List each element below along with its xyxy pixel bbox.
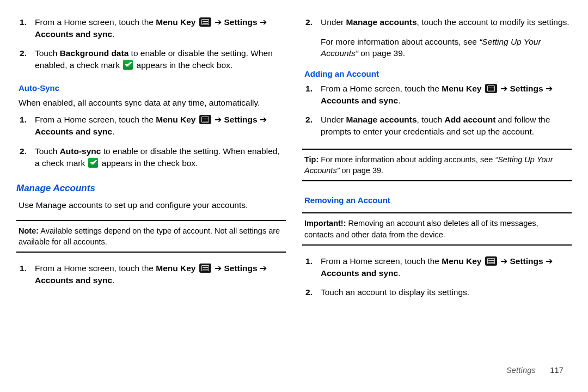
adding-account-heading: Adding an Account — [304, 68, 572, 79]
step-text: Touch Auto-sync to enable or disable the… — [35, 146, 280, 168]
step-text: From a Home screen, touch the Menu Key ➔… — [35, 17, 267, 39]
step: From a Home screen, touch the Menu Key ➔… — [32, 262, 286, 286]
adding-account-steps: From a Home screen, touch the Menu Key ➔… — [302, 83, 572, 145]
step-text: Under Manage accounts, touch Add account… — [321, 115, 550, 136]
adding-account-tip: Tip: For more information about adding a… — [302, 149, 572, 182]
menu-key-icon — [199, 17, 211, 27]
check-icon — [123, 60, 133, 70]
step-text: From a Home screen, touch the Menu Key ➔… — [35, 264, 267, 285]
step: Touch Background data to enable or disab… — [32, 47, 286, 71]
removing-account-steps: From a Home screen, touch the Menu Key ➔… — [302, 255, 572, 306]
menu-key-icon — [485, 256, 497, 266]
step-text: Touch an account to display its settings… — [321, 287, 469, 297]
auto-sync-steps: From a Home screen, touch the Menu Key ➔… — [16, 114, 286, 176]
step: Touch Auto-sync to enable or disable the… — [32, 145, 286, 169]
manage-accounts-xref: For more information about accounts, see… — [321, 36, 572, 59]
step: From a Home screen, touch the Menu Key ➔… — [32, 114, 286, 137]
manage-accounts-intro: Use Manage accounts to set up and config… — [19, 199, 286, 211]
step-text: From a Home screen, touch the Menu Key ➔… — [321, 84, 553, 105]
manage-accounts-note: Note: Available settings depend on the t… — [16, 220, 286, 253]
removing-account-important: Important!: Removing an account also del… — [302, 212, 572, 246]
background-data-steps: From a Home screen, touch the Menu Key ➔… — [16, 16, 286, 79]
auto-sync-heading: Auto-Sync — [19, 82, 286, 94]
menu-key-icon — [485, 84, 497, 93]
manage-accounts-steps-b: Under Manage accounts, touch the account… — [302, 16, 572, 36]
step-text: From a Home screen, touch the Menu Key ➔… — [321, 256, 553, 278]
step-text: From a Home screen, touch the Menu Key ➔… — [35, 115, 267, 136]
manage-accounts-steps-a: From a Home screen, touch the Menu Key ➔… — [16, 262, 286, 293]
step: From a Home screen, touch the Menu Key ➔… — [317, 255, 572, 279]
auto-sync-intro: When enabled, all accounts sync data at … — [19, 97, 286, 109]
menu-key-icon — [199, 115, 211, 124]
step: Under Manage accounts, touch Add account… — [317, 114, 572, 137]
step: Touch an account to display its settings… — [317, 286, 572, 298]
step: From a Home screen, touch the Menu Key ➔… — [32, 16, 286, 40]
step: From a Home screen, touch the Menu Key ➔… — [317, 83, 572, 106]
step-text: Touch Background data to enable or disab… — [35, 48, 273, 70]
page-footer: Settings 117 — [506, 365, 564, 376]
menu-key-icon — [199, 264, 211, 273]
step-text: Under Manage accounts, touch the account… — [321, 17, 569, 27]
left-column: From a Home screen, touch the Menu Key ➔… — [16, 16, 286, 392]
footer-page-number: 117 — [550, 366, 564, 375]
footer-section: Settings — [506, 366, 536, 375]
step: Under Manage accounts, touch the account… — [317, 16, 572, 28]
manage-accounts-heading: Manage Accounts — [16, 182, 286, 195]
removing-account-heading: Removing an Account — [304, 194, 572, 206]
right-column: Under Manage accounts, touch the account… — [302, 16, 572, 392]
check-icon — [88, 158, 98, 168]
